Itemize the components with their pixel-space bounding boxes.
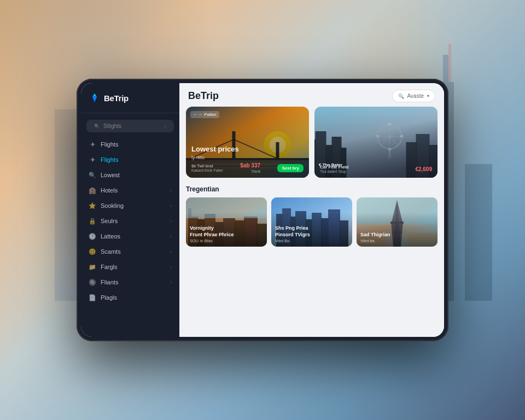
sidebar: BeTrip 🔍 Stlights › ✈ Flights ✈ Flights (81, 83, 179, 337)
card1-price-note: Ttimit (251, 170, 260, 173)
featured-card-city[interactable]: € Ttw Bater Car Fele Field Ttul datert S… (314, 107, 438, 178)
topbar-search[interactable]: 🔍 Avaste ▾ (392, 90, 435, 102)
insp-subtitle-3: Vitrd be. (360, 238, 434, 243)
lowest-icon: 🔍 (89, 171, 96, 179)
booking-arrow: › (170, 203, 172, 208)
insp-card-vern[interactable]: Vornignity Frunt Phrae Phrice SOU In Bfa… (186, 197, 267, 247)
hotels-arrow: › (170, 188, 172, 193)
scamts-icon: 😊 (89, 248, 96, 255)
card1-info2: Kakard thick Falier (191, 168, 223, 172)
main-content: BeTrip 🔍 Avaste ▾ (179, 83, 444, 337)
inspiration-section: Tregentian (186, 185, 438, 247)
fliants-arrow: › (170, 280, 172, 285)
featured-row: ← ← Pallter Lowest prices ly rktu $b Twi… (186, 107, 438, 178)
sidebar-logo: BeTrip (81, 92, 179, 113)
card1-info-row: $b Twil lend Kakard thick Falier $ab 337… (191, 162, 304, 173)
flights1-icon: ✈ (89, 141, 96, 148)
sidebar-nav: ✈ Flights ✈ Flights 🔍 Lowest 🏨 Hotels › (81, 137, 179, 305)
card1-info1: $b Twil lend (191, 164, 223, 168)
back-label: ← Pallter (199, 112, 217, 117)
insp-content-3: Sad Thigrian Vitrd be. (357, 229, 438, 247)
flights2-label: Flights (101, 156, 172, 163)
plagls-label: Plagls (101, 294, 172, 301)
seulrs-label: Seulrs (101, 218, 166, 224)
sidebar-item-scamts[interactable]: 😊 Scamts › (81, 244, 179, 259)
insp-title2-1: Frunt Phrae Phrice (190, 232, 263, 238)
inspiration-title: Tregentian (186, 185, 438, 193)
flights2-icon: ✈ (89, 156, 96, 164)
insp-subtitle-2: Vitrd Bo. (275, 238, 348, 243)
betrip-logo-icon (89, 92, 101, 104)
card1-info-left: $b Twil lend Kakard thick Falier (191, 164, 223, 172)
card2-info2: Ttul datert Slup (320, 170, 348, 173)
sidebar-item-hotels[interactable]: 🏨 Hotels › (81, 183, 179, 198)
lowest-label: Lowest (101, 172, 172, 178)
scamts-label: Scamts (101, 248, 166, 255)
scamts-arrow: › (170, 249, 172, 254)
topbar-search-text: Avaste (407, 93, 424, 99)
card2-badge: € Ttw Bater (319, 162, 342, 167)
seulrs-arrow: › (170, 219, 172, 224)
fargls-icon: 📁 (89, 263, 96, 271)
card1-right: $ab 337 Ttimit (240, 162, 260, 173)
card1-content: Lowest prices ly rktu $b Twil lend Kakar… (186, 141, 309, 178)
latteos-label: Latteos (101, 233, 166, 240)
booking-icon: ⭐ (89, 202, 96, 209)
sidebar-item-seulrs[interactable]: 🔒 Seulrs › (81, 213, 179, 229)
insp-title-1: Vornignity (190, 225, 263, 231)
sidebar-item-flights2[interactable]: ✈ Flights (81, 152, 179, 167)
inspiration-row: Vornignity Frunt Phrae Phrice SOU In Bfa… (186, 197, 438, 247)
insp-content-2: Shs Png Priea Pinsord TVigrs Vitrd Bo. (271, 222, 352, 247)
topbar-search-icon: 🔍 (398, 94, 404, 99)
insp-title-2: Shs Png Priea (275, 225, 348, 231)
hotels-icon: 🏨 (89, 186, 96, 194)
insp-title2-2: Pinsord TVigrs (275, 232, 348, 238)
fargls-arrow: › (170, 265, 172, 270)
card-back-button[interactable]: ← ← Pallter (190, 111, 219, 118)
card2-content: € Ttw Bater Car Fele Field Ttul datert S… (314, 158, 438, 178)
plagls-icon: 📄 (89, 294, 96, 301)
svg-rect-6 (465, 164, 492, 301)
card1-price: $ab 337 (240, 162, 260, 168)
insp-card-skyline[interactable]: Shs Png Priea Pinsord TVigrs Vitrd Bo. (271, 197, 352, 247)
tablet-device: BeTrip 🔍 Stlights › ✈ Flights ✈ Flights (77, 79, 448, 341)
sidebar-item-latteos[interactable]: 🕐 Latteos › (81, 229, 179, 244)
booking-label: Sookling (101, 202, 166, 209)
sidebar-search[interactable]: 🔍 Stlights › (86, 120, 174, 132)
seulrs-icon: 🔒 (89, 217, 96, 225)
topbar-search-chevron: ▾ (427, 94, 429, 98)
latteos-arrow: › (170, 234, 172, 239)
sidebar-item-fliants[interactable]: 🔘 Fliants › (81, 275, 179, 290)
tablet-screen: BeTrip 🔍 Stlights › ✈ Flights ✈ Flights (81, 83, 444, 337)
card1-action-btn[interactable]: Sest bry (277, 164, 304, 172)
insp-subtitle-1: SOU In Bfas (190, 238, 263, 243)
svg-rect-3 (448, 44, 451, 82)
card1-subtitle: ly rktu (191, 155, 304, 160)
sidebar-item-plagls[interactable]: 📄 Plagls (81, 290, 179, 305)
card1-title: Lowest prices (191, 145, 304, 154)
sidebar-item-lowest[interactable]: 🔍 Lowest (81, 167, 179, 183)
insp-content-1: Vornignity Frunt Phrae Phrice SOU In Bfa… (186, 222, 267, 247)
hotels-label: Hotels (101, 187, 166, 194)
featured-card-lowest[interactable]: ← ← Pallter Lowest prices ly rktu $b Twi… (186, 107, 309, 178)
svg-rect-2 (443, 55, 448, 82)
card2-price: €2,609 (415, 166, 432, 172)
insp-card-eiffel[interactable]: Sad Thigrian Vitrd be. (357, 197, 438, 247)
latteos-icon: 🕐 (89, 232, 96, 240)
main-title: BeTrip (188, 90, 219, 102)
fliants-icon: 🔘 (89, 278, 96, 286)
fargls-label: Fargls (101, 264, 166, 270)
logo-text: BeTrip (104, 94, 129, 103)
sidebar-item-booking[interactable]: ⭐ Sookling › (81, 198, 179, 213)
insp-title-3: Sad Thigrian (360, 232, 434, 238)
sidebar-item-fargls[interactable]: 📁 Fargls › (81, 259, 179, 275)
sidebar-search-arrow: › (165, 124, 166, 129)
scroll-area[interactable]: ← ← Pallter Lowest prices ly rktu $b Twi… (179, 107, 444, 337)
search-icon: 🔍 (94, 124, 100, 129)
sidebar-search-text: Stlights (103, 123, 121, 129)
sidebar-item-flights1[interactable]: ✈ Flights (81, 137, 179, 152)
fliants-label: Fliants (101, 279, 166, 285)
flights1-label: Flights (101, 141, 172, 148)
topbar: BeTrip 🔍 Avaste ▾ (179, 83, 444, 107)
